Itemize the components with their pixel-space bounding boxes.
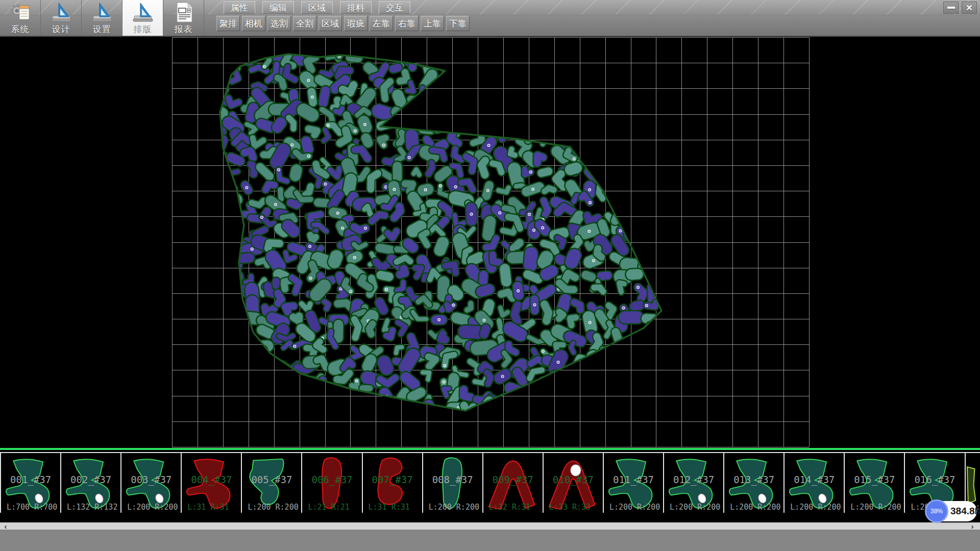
part-id: 001_#37 [1,474,60,485]
tool-button-6[interactable]: 瑕疵 [344,16,368,31]
tool-button-7[interactable]: 左靠 [370,16,393,31]
part-thumbnail-14[interactable]: 014_#37 L:200 R:200 [785,453,845,513]
app-window: 系统 设计 设置 排版 报表 属性编辑区域排料交互 聚排相机选割全割区域瑕疵左靠… [0,0,980,551]
part-id: 005_#37 [242,474,301,485]
close-button[interactable]: × [962,2,977,14]
tool-button-8[interactable]: 右靠 [395,16,419,31]
part-id: 014_#37 [785,474,844,485]
tab-system[interactable]: 系统 [0,0,41,36]
part-thumbnail-15[interactable]: 015_#37 L:200 R:200 [845,453,905,513]
part-id: 006_#37 [302,474,361,485]
tool-button-9[interactable]: 上靠 [421,16,444,31]
part-lr-count: L:700 R:700 [7,503,57,512]
tab-label: 排版 [122,23,163,35]
badge-size: 384.8M [950,501,980,521]
part-lr-count: L:33 R:33 [549,503,591,512]
part-thumbnail-7[interactable]: 007_#37 L:31 R:31 [363,453,423,513]
part-id: 004_#37 [182,474,241,485]
main-tabs: 系统 设计 设置 排版 报表 [0,0,204,36]
part-lr-count: L:31 R:31 [187,503,229,512]
part-id: 010_#37 [544,474,603,485]
part-thumbnail-9[interactable]: 009_#37 L:32 R:31 [483,453,544,513]
part-id: 007_#37 [363,474,422,485]
report-icon [173,1,195,23]
toolbar-row-bottom: 聚排相机选割全割区域瑕疵左靠右靠上靠下靠 [216,16,470,31]
part-thumbnail-8[interactable]: 008_#37 L:200 R:200 [423,453,483,513]
part-lr-count: L:200 R:200 [790,503,841,512]
part-lr-count: L:200 R:200 [127,503,178,512]
menu-item-2[interactable]: 编辑 [262,1,294,14]
part-thumbnail-12[interactable]: 012_#37 L:200 R:200 [664,453,724,513]
part-thumbnail-5[interactable]: 005_#37 L:200 R:200 [242,453,302,513]
part-id: 016_#37 [905,474,964,485]
menu-item-1[interactable]: 属性 [224,1,255,14]
part-thumbnail-10[interactable]: 010_#37 L:33 R:33 [544,453,604,513]
tab-design[interactable]: 设计 [41,0,82,36]
part-id: 003_#37 [121,474,181,485]
parts-thumbnail-strip: 001_#37 L:700 R:700 002_#37 L:132 R:132 … [0,452,980,513]
tool-button-1[interactable]: 聚排 [216,16,240,31]
window-buttons: × [943,2,977,14]
part-lr-count: L:200 R:200 [429,503,479,512]
menu-item-4[interactable]: 排料 [340,1,372,14]
memory-monitor-badge[interactable]: 38% 384.8M [925,499,977,523]
titlebar: 系统 设计 设置 排版 报表 属性编辑区域排料交互 聚排相机选割全割区域瑕疵左靠… [0,0,980,37]
tool-button-3[interactable]: 选割 [267,16,291,31]
tool-button-5[interactable]: 区域 [318,16,342,31]
tab-label: 报表 [163,23,204,35]
part-id: 008_#37 [423,474,482,485]
status-bar [0,530,980,551]
part-thumbnail-6[interactable]: 006_#37 L:21 R:21 [302,453,362,513]
tab-report[interactable]: 报表 [163,0,204,36]
part-id: 013_#37 [724,474,783,485]
part-thumbnail-3[interactable]: 003_#37 L:200 R:200 [121,453,182,513]
tool-button-2[interactable]: 相机 [242,16,265,31]
part-lr-count: L:200 R:200 [609,503,660,512]
part-thumbnail-13[interactable]: 013_#37 L:200 R:200 [724,453,785,513]
part-thumbnail-11[interactable]: 011_#37 L:200 R:200 [604,453,664,513]
part-id: 015_#37 [845,474,904,485]
tab-label: 系统 [0,23,40,35]
part-id: 002_#37 [61,474,120,485]
tab-layout[interactable]: 排版 [122,0,163,36]
tool-button-10[interactable]: 下靠 [446,16,470,31]
part-lr-count: L:200 R:200 [730,503,780,512]
part-id: 009_#37 [483,474,543,485]
scroll-right-arrow[interactable]: › [968,522,977,530]
ruler-triangle-icon [50,1,72,23]
part-thumbnail-2[interactable]: 002_#37 L:132 R:132 [61,453,121,513]
part-lr-count: L:200 R:200 [850,503,901,512]
scroll-left-arrow[interactable]: ‹ [1,522,10,530]
part-lr-count: L:21 R:21 [308,503,349,512]
part-thumbnail-4[interactable]: 004_#37 L:31 R:31 [182,453,242,513]
minimize-button[interactable] [943,2,959,14]
part-lr-count: L:200 R:200 [670,503,720,512]
menu-row-top: 属性编辑区域排料交互 [224,1,410,14]
part-lr-count: L:132 R:132 [67,503,117,512]
part-lr-count: L:32 R:31 [489,503,530,512]
ruler-triangle-icon [91,1,113,23]
part-id: 012_#37 [664,474,723,485]
tab-label: 设计 [41,23,81,35]
tab-setup[interactable]: 设置 [82,0,122,36]
horizontal-scrollbar[interactable]: ‹ › [0,522,980,530]
strip-divider-line [0,448,980,450]
part-thumbnail-1[interactable]: 001_#37 L:700 R:700 [0,453,61,513]
system-icon [9,1,32,23]
minimize-icon [947,7,955,9]
tool-button-4[interactable]: 全割 [293,16,316,31]
part-lr-count: L:200 R:200 [248,503,298,512]
close-icon: × [966,3,972,13]
menu-item-3[interactable]: 区域 [301,1,333,14]
part-lr-count: L:31 R:31 [369,503,410,512]
menu-item-5[interactable]: 交互 [379,1,410,14]
part-id: 011_#37 [604,474,663,485]
ruler-triangle-icon [132,1,154,23]
nesting-viewport-canvas[interactable] [0,37,980,448]
badge-percent: 38% [925,499,948,523]
tab-label: 设置 [82,23,122,35]
